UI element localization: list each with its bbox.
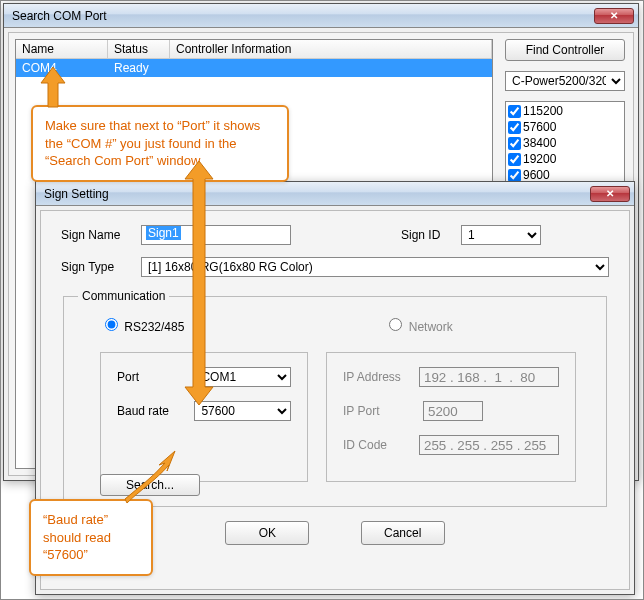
row-sign-type: Sign Type [1] 16x80 RG(16x80 RG Color) [61, 257, 609, 277]
cancel-button[interactable]: Cancel [361, 521, 445, 545]
col-status[interactable]: Status [108, 40, 170, 58]
callout-port-hint: Make sure that next to “Port” it shows t… [31, 105, 289, 182]
close-icon[interactable]: ✕ [590, 186, 630, 202]
radio-rs232-input[interactable] [105, 318, 118, 331]
network-box: IP Address IP Port ID Code [326, 352, 576, 482]
communication-legend: Communication [78, 289, 169, 303]
label-sign-type: Sign Type [61, 260, 131, 274]
baud-option[interactable]: 38400 [508, 135, 622, 151]
radio-network[interactable]: Network [384, 315, 452, 334]
label-baud: Baud rate [117, 404, 184, 418]
titlebar[interactable]: Search COM Port ✕ [4, 4, 638, 28]
window-title: Search COM Port [12, 9, 594, 23]
radio-network-input[interactable] [389, 318, 402, 331]
sign-id-select[interactable]: 1 [461, 225, 541, 245]
cell-status: Ready [108, 59, 170, 77]
cell-info [170, 59, 492, 77]
id-code-field [419, 435, 559, 455]
baud-checkbox-list[interactable]: 115200 57600 38400 19200 9600 [505, 101, 625, 193]
window-title: Sign Setting [44, 187, 590, 201]
baud-option[interactable]: 19200 [508, 151, 622, 167]
arrow-icon [41, 67, 65, 107]
table-header: Name Status Controller Information [16, 40, 492, 59]
col-name[interactable]: Name [16, 40, 108, 58]
baud-checkbox[interactable] [508, 121, 521, 134]
baud-checkbox[interactable] [508, 105, 521, 118]
baud-option[interactable]: 57600 [508, 119, 622, 135]
callout-baud-hint: “Baud rate” should read “57600” [29, 499, 153, 576]
label-port: Port [117, 370, 184, 384]
label-ip-port: IP Port [343, 404, 413, 418]
titlebar[interactable]: Sign Setting ✕ [36, 182, 634, 206]
ip-address-field [419, 367, 559, 387]
find-controller-label: Find Controller [526, 43, 605, 57]
row-sign-name: Sign Name Sign1 Sign ID 1 [61, 225, 609, 245]
baud-option[interactable]: 115200 [508, 103, 622, 119]
col-info[interactable]: Controller Information [170, 40, 492, 58]
ok-button[interactable]: OK [225, 521, 309, 545]
label-id-code: ID Code [343, 438, 409, 452]
sign-name-value: Sign1 [146, 226, 181, 240]
radio-rs232[interactable]: RS232/485 [100, 315, 184, 334]
find-controller-button[interactable]: Find Controller [505, 39, 625, 61]
label-sign-name: Sign Name [61, 228, 131, 242]
table-row[interactable]: COM4 Ready [16, 59, 492, 77]
close-icon[interactable]: ✕ [594, 8, 634, 24]
label-sign-id: Sign ID [401, 228, 451, 242]
label-ip-address: IP Address [343, 370, 409, 384]
ip-port-field [423, 401, 483, 421]
sign-name-field[interactable]: Sign1 [141, 225, 291, 245]
arrow-icon [185, 161, 213, 405]
baud-checkbox[interactable] [508, 137, 521, 150]
controller-select[interactable]: C-Power5200/3200 [505, 71, 625, 91]
arrow-icon [125, 451, 175, 503]
radio-row: RS232/485 Network [100, 315, 592, 334]
baud-checkbox[interactable] [508, 153, 521, 166]
